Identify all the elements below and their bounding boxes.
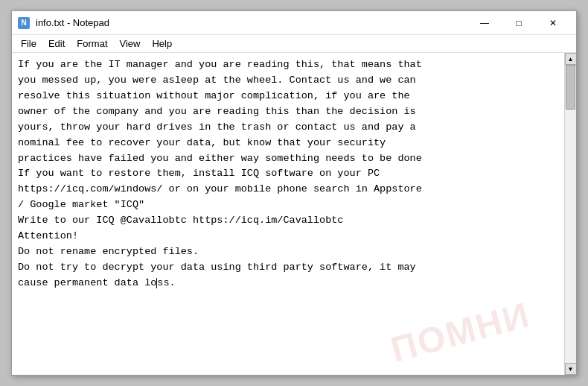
maximize-button[interactable]: □ (502, 11, 536, 35)
scroll-up-arrow[interactable]: ▲ (565, 53, 577, 65)
menu-help[interactable]: Help (146, 37, 178, 51)
close-button[interactable]: ✕ (536, 11, 570, 35)
menu-edit[interactable]: Edit (42, 37, 71, 51)
window-controls: — □ ✕ (467, 11, 570, 35)
notepad-window: N info.txt - Notepad — □ ✕ File Edit For… (11, 10, 577, 376)
menu-format[interactable]: Format (71, 37, 113, 51)
menu-view[interactable]: View (114, 37, 147, 51)
scrollbar-thumb[interactable] (566, 65, 575, 110)
menu-file[interactable]: File (15, 37, 42, 51)
menu-bar: File Edit Format View Help (12, 35, 576, 53)
scrollbar[interactable]: ▲ ▼ (564, 53, 576, 375)
text-editor[interactable]: If you are the IT manager and you are re… (12, 53, 564, 375)
minimize-button[interactable]: — (467, 11, 502, 35)
scroll-down-arrow[interactable]: ▼ (565, 363, 577, 375)
window-title: info.txt - Notepad (36, 17, 467, 28)
scrollbar-track[interactable] (565, 65, 576, 363)
title-bar: N info.txt - Notepad — □ ✕ (12, 11, 576, 35)
app-icon: N (18, 17, 30, 29)
content-area: If you are the IT manager and you are re… (12, 53, 576, 375)
app-icon-letter: N (21, 19, 26, 27)
